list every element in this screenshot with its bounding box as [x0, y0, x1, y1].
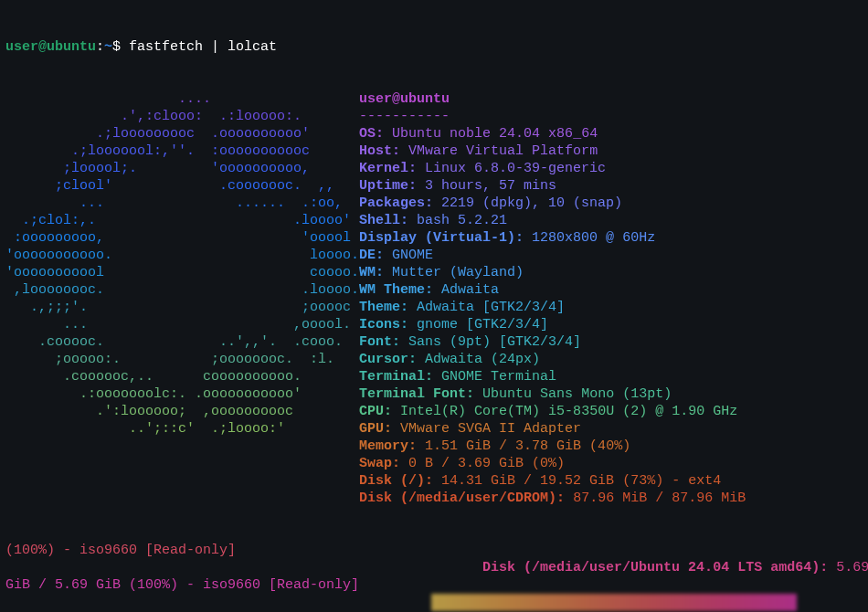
wrap-line-3: GiB / 5.69 GiB (100%) - iso9660 [Read-on…: [5, 577, 359, 593]
color-bar: [431, 594, 797, 611]
prompt-path: ~: [104, 39, 112, 55]
prompt-user: user: [5, 39, 38, 55]
info-header: user@ubuntu: [359, 91, 450, 107]
ascii-logo: .... .',:clooo: .:looooo:. .;looooooooc …: [5, 73, 359, 524]
wrap-line-2a: Disk (/media/user/Ubuntu 24.04 LTS amd64…: [5, 560, 836, 575]
terminal-window: user@ubuntu:~$ fastfetch | lolcat .... .…: [0, 0, 868, 612]
wrap-line-1: (100%) - iso9660 [Read-only]: [5, 543, 236, 558]
prompt-host: ubuntu: [47, 39, 96, 55]
wrap-line-2b: 5.69: [836, 560, 868, 575]
prompt-command[interactable]: fastfetch | lolcat: [129, 39, 277, 55]
info-separator: -----------: [359, 109, 450, 124]
sysinfo: user@ubuntu ----------- OS: Ubuntu noble…: [359, 73, 746, 524]
